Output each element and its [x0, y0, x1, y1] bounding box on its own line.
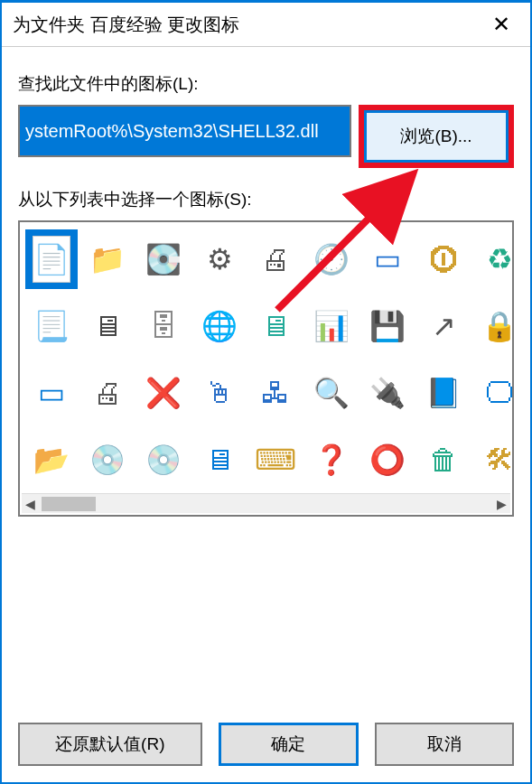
program-shortcut-icon[interactable]: ↗: [417, 296, 470, 356]
widescreen-icon-glyph: 🖥: [201, 441, 238, 479]
screen-globe-icon[interactable]: 🖥: [249, 296, 302, 356]
blank-document-icon[interactable]: 📄: [25, 229, 78, 289]
recent-icon[interactable]: 🕘: [305, 229, 358, 289]
cd-icon-glyph: 💿: [145, 441, 182, 479]
tools-icon-glyph: 🛠: [481, 441, 514, 479]
browse-button-highlight: 浏览(B)...: [359, 105, 514, 168]
printer-2-icon[interactable]: 🖨: [81, 363, 134, 423]
drive-stack-icon[interactable]: 🗄: [137, 296, 190, 356]
power-off-icon-glyph: ⭕: [369, 441, 406, 479]
widescreen-icon[interactable]: 🖥: [193, 430, 246, 490]
printer-icon-glyph: 🖨: [257, 240, 294, 278]
file-blue-icon[interactable]: 📘: [417, 363, 470, 423]
ok-button-label: 确定: [271, 733, 305, 756]
find-in-file-label: 查找此文件中的图标(L):: [18, 72, 514, 96]
network-computers-icon[interactable]: 🖧: [249, 363, 302, 423]
lock-icon[interactable]: 🔒: [473, 296, 514, 356]
folder-closed-icon[interactable]: 📂: [25, 430, 78, 490]
dialog-content: 查找此文件中的图标(L): ystemRoot%\System32\SHELL3…: [2, 47, 530, 517]
printer-2-icon-glyph: 🖨: [89, 374, 126, 412]
horizontal-scrollbar[interactable]: ◀ ▶: [22, 493, 510, 513]
folder-icon-glyph: 📁: [89, 240, 126, 278]
drive-delete-icon-glyph: ❌: [145, 374, 182, 412]
cd-drive-icon[interactable]: 💿: [81, 430, 134, 490]
recycle-bin-icon[interactable]: 🗑: [417, 430, 470, 490]
computer-icon[interactable]: 🖥: [81, 296, 134, 356]
scroll-right-icon[interactable]: ▶: [497, 497, 507, 511]
icon-list-box: 📄📁💽⚙🖨🕘▭⏼♻📃🖥🗄🌐🖥📊💾↗🔒▭🖨❌🖱🖧🔍🔌📘🖵📂💿💿🖥⌨❓⭕🗑🛠 ◀ ▶: [18, 220, 514, 517]
drive-delete-icon[interactable]: ❌: [137, 363, 190, 423]
document-text-icon-glyph: 📃: [33, 307, 70, 345]
recycle-icon-glyph: ♻: [481, 240, 514, 278]
program-shortcut-icon-glyph: ↗: [425, 307, 462, 345]
path-input-value: ystemRoot%\System32\SHELL32.dll: [25, 121, 319, 142]
scroll-left-icon[interactable]: ◀: [25, 497, 35, 511]
monitor-icon-glyph: 🖵: [481, 374, 514, 412]
computer-icon-glyph: 🖥: [89, 307, 126, 345]
floppy-icon-glyph: 💾: [369, 307, 406, 345]
help-icon[interactable]: ❓: [305, 430, 358, 490]
restore-defaults-button[interactable]: 还原默认值(R): [18, 723, 202, 766]
icon-file-path-input[interactable]: ystemRoot%\System32\SHELL32.dll: [18, 105, 351, 157]
monitor-icon[interactable]: 🖵: [473, 363, 514, 423]
keypad-icon[interactable]: ⌨: [249, 430, 302, 490]
search-icon-glyph: 🔍: [313, 374, 350, 412]
network-computers-icon-glyph: 🖧: [257, 374, 294, 412]
dialog-button-row: 还原默认值(R) 确定 取消: [18, 723, 514, 766]
folder-icon[interactable]: 📁: [81, 229, 134, 289]
recycle-bin-icon-glyph: 🗑: [425, 441, 462, 479]
cd-icon[interactable]: 💿: [137, 430, 190, 490]
screen-chart-icon[interactable]: 📊: [305, 296, 358, 356]
shutdown-icon[interactable]: ⏼: [417, 229, 470, 289]
drive-stack-icon-glyph: 🗄: [145, 307, 182, 345]
lock-icon-glyph: 🔒: [481, 307, 514, 345]
restore-button-label: 还原默认值(R): [55, 733, 164, 756]
window-title: 为文件夹 百度经验 更改图标: [13, 13, 239, 37]
select-from-list-label: 从以下列表中选择一个图标(S):: [18, 188, 514, 211]
run-icon-glyph: ▭: [369, 240, 406, 278]
usb-drive-icon-glyph: 🔌: [369, 374, 406, 412]
drive-icon-glyph: 💽: [145, 240, 182, 278]
window-icon[interactable]: ▭: [25, 363, 78, 423]
path-row: ystemRoot%\System32\SHELL32.dll 浏览(B)...: [18, 105, 514, 168]
window-icon-glyph: ▭: [33, 374, 70, 412]
icon-grid: 📄📁💽⚙🖨🕘▭⏼♻📃🖥🗄🌐🖥📊💾↗🔒▭🖨❌🖱🖧🔍🔌📘🖵📂💿💿🖥⌨❓⭕🗑🛠: [25, 229, 507, 497]
scrollbar-thumb[interactable]: [42, 497, 96, 511]
chip-icon-glyph: ⚙: [201, 240, 238, 278]
recent-icon-glyph: 🕘: [313, 240, 350, 278]
run-icon[interactable]: ▭: [361, 229, 414, 289]
document-text-icon[interactable]: 📃: [25, 296, 78, 356]
folder-closed-icon-glyph: 📂: [33, 441, 70, 479]
screen-globe-icon-glyph: 🖥: [257, 307, 294, 345]
close-icon[interactable]: ✕: [485, 12, 518, 37]
browse-button[interactable]: 浏览(B)...: [364, 110, 509, 163]
recycle-icon[interactable]: ♻: [473, 229, 514, 289]
globe-ie-icon-glyph: 🌐: [201, 307, 238, 345]
globe-mouse-icon[interactable]: 🖱: [193, 363, 246, 423]
usb-drive-icon[interactable]: 🔌: [361, 363, 414, 423]
cancel-button[interactable]: 取消: [375, 723, 514, 766]
keypad-icon-glyph: ⌨: [257, 441, 294, 479]
browse-button-label: 浏览(B)...: [400, 125, 471, 148]
globe-ie-icon[interactable]: 🌐: [193, 296, 246, 356]
cancel-button-label: 取消: [427, 733, 462, 756]
globe-mouse-icon-glyph: 🖱: [201, 374, 238, 412]
file-blue-icon-glyph: 📘: [425, 374, 462, 412]
floppy-icon[interactable]: 💾: [361, 296, 414, 356]
cd-drive-icon-glyph: 💿: [89, 441, 126, 479]
search-icon[interactable]: 🔍: [305, 363, 358, 423]
titlebar: 为文件夹 百度经验 更改图标 ✕: [2, 3, 530, 47]
chip-icon[interactable]: ⚙: [193, 229, 246, 289]
ok-button[interactable]: 确定: [219, 723, 359, 766]
tools-icon[interactable]: 🛠: [473, 430, 514, 490]
power-off-icon[interactable]: ⭕: [361, 430, 414, 490]
shutdown-icon-glyph: ⏼: [425, 240, 462, 278]
blank-document-icon-glyph: 📄: [33, 236, 70, 283]
printer-icon[interactable]: 🖨: [249, 229, 302, 289]
help-icon-glyph: ❓: [313, 441, 350, 479]
drive-icon[interactable]: 💽: [137, 229, 190, 289]
screen-chart-icon-glyph: 📊: [313, 307, 350, 345]
